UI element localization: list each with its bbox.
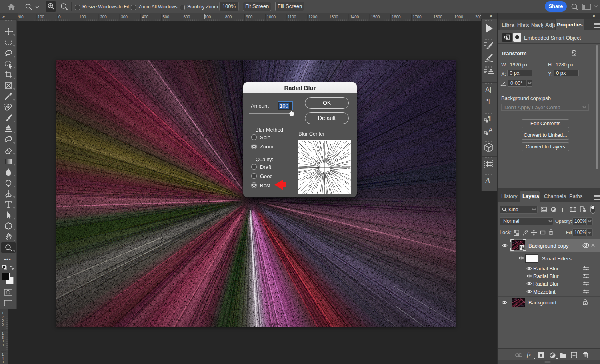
svg-text:1200: 1200	[308, 15, 318, 19]
svg-text:1500: 1500	[371, 15, 380, 19]
svg-text:1600: 1600	[392, 15, 401, 19]
svg-text:1100: 1100	[288, 15, 296, 19]
svg-text:1800: 1800	[434, 15, 443, 19]
svg-text:0: 0	[2, 322, 4, 326]
svg-text:2000: 2000	[475, 15, 481, 19]
svg-text:500: 500	[162, 15, 169, 19]
svg-text:600: 600	[184, 15, 190, 19]
svg-text:100: 100	[79, 15, 86, 19]
svg-text:1400: 1400	[350, 15, 359, 19]
svg-text:900: 900	[246, 15, 253, 19]
svg-text:1300: 1300	[329, 15, 338, 19]
svg-text:1700: 1700	[412, 15, 422, 19]
svg-text:1900: 1900	[454, 15, 464, 19]
svg-text:0: 0	[2, 343, 4, 347]
svg-text:300: 300	[121, 15, 128, 19]
svg-text:0: 0	[58, 15, 61, 19]
svg-text:100: 100	[38, 15, 44, 19]
svg-text:200: 200	[100, 15, 107, 19]
svg-text:400: 400	[142, 15, 148, 19]
svg-text:1000: 1000	[267, 15, 276, 19]
svg-text:800: 800	[225, 15, 232, 19]
svg-text:700: 700	[204, 15, 211, 19]
